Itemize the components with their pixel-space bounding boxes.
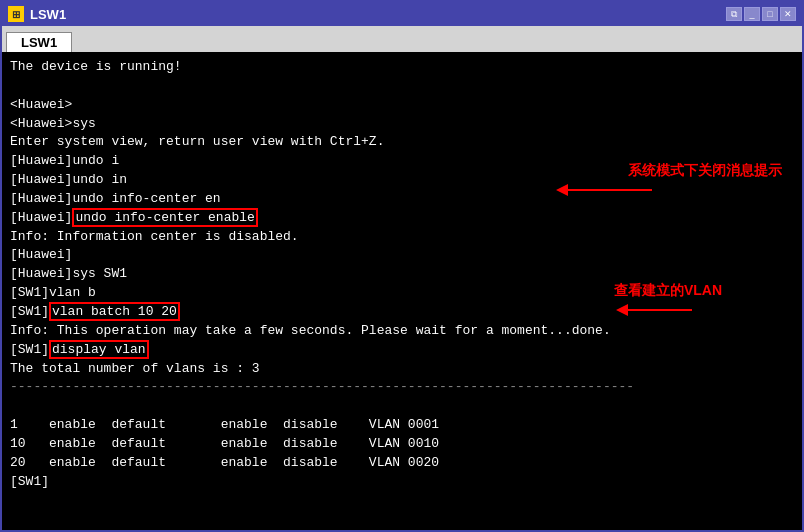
- window-controls: ⧉ _ □ ✕: [726, 7, 796, 21]
- terminal-line: [SW1]display vlan: [10, 341, 794, 360]
- main-window: ⊞ LSW1 ⧉ _ □ ✕ LSW1 The device is runnin…: [0, 0, 804, 532]
- tab-bar: LSW1: [2, 26, 802, 52]
- terminal-line: [SW1]: [10, 473, 794, 492]
- terminal-line: ----------------------------------------…: [10, 378, 794, 397]
- annotation-view-vlan: 查看建立的VLAN: [614, 280, 722, 300]
- highlight-vlan-batch: vlan batch 10 20: [49, 302, 180, 321]
- vlan-table-row-1: 1 enable default enable disable VLAN 000…: [10, 416, 794, 435]
- vlan-table-row-20: 20 enable default enable disable VLAN 00…: [10, 454, 794, 473]
- title-bar-left: ⊞ LSW1: [8, 6, 66, 22]
- terminal-line: Info: Information center is disabled.: [10, 228, 794, 247]
- terminal-line: [10, 397, 794, 416]
- terminal-line: [Huawei]undo info-center en: [10, 190, 794, 209]
- highlight-display-vlan: display vlan: [49, 340, 149, 359]
- maximize-button[interactable]: □: [762, 7, 778, 21]
- vlan-table-row-10: 10 enable default enable disable VLAN 00…: [10, 435, 794, 454]
- terminal-line: The device is running!: [10, 58, 794, 77]
- terminal-line: <Huawei>: [10, 96, 794, 115]
- terminal-line: The total number of vlans is : 3: [10, 360, 794, 379]
- terminal-line: <Huawei>sys: [10, 115, 794, 134]
- annotation-disable-info: 系统模式下关闭消息提示: [628, 160, 782, 180]
- window-icon: ⊞: [8, 6, 24, 22]
- highlight-undo-info-center: undo info-center enable: [72, 208, 257, 227]
- window-title: LSW1: [30, 7, 66, 22]
- restore-button[interactable]: ⧉: [726, 7, 742, 21]
- arrow-view-vlan: [612, 300, 702, 325]
- tab-lsw1[interactable]: LSW1: [6, 32, 72, 52]
- terminal-line: [10, 77, 794, 96]
- minimize-button[interactable]: _: [744, 7, 760, 21]
- arrow-disable-info: [552, 180, 662, 210]
- terminal-line: [Huawei]undo info-center enable: [10, 209, 794, 228]
- title-bar: ⊞ LSW1 ⧉ _ □ ✕: [2, 2, 802, 26]
- terminal-line: [Huawei]: [10, 246, 794, 265]
- terminal-line: Enter system view, return user view with…: [10, 133, 794, 152]
- close-button[interactable]: ✕: [780, 7, 796, 21]
- terminal-area[interactable]: The device is running! <Huawei> <Huawei>…: [2, 52, 802, 530]
